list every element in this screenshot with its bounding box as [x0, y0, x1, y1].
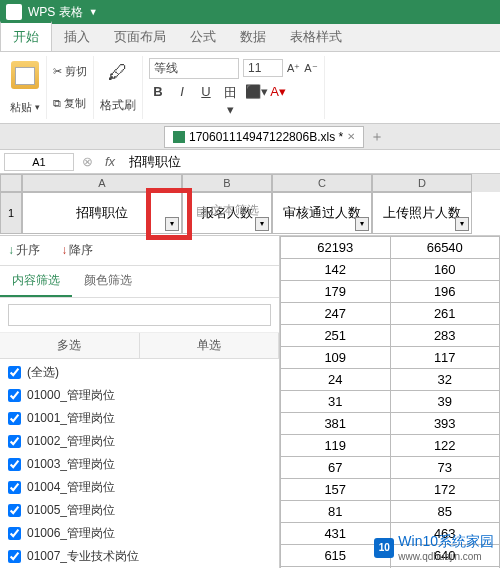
- cell-c[interactable]: 179: [281, 281, 391, 303]
- tab-formula[interactable]: 公式: [178, 23, 228, 51]
- cell-c[interactable]: 142: [281, 259, 391, 281]
- table-row[interactable]: 3139: [281, 391, 500, 413]
- multi-select-button[interactable]: 多选: [0, 333, 140, 358]
- table-row[interactable]: 381393: [281, 413, 500, 435]
- select-all-corner[interactable]: [0, 174, 22, 192]
- single-select-button[interactable]: 单选: [140, 333, 280, 358]
- cell-d1[interactable]: 上传照片人数 ▾: [372, 192, 472, 234]
- tab-insert[interactable]: 插入: [52, 23, 102, 51]
- cell-d[interactable]: 172: [390, 479, 500, 501]
- italic-button[interactable]: I: [173, 84, 191, 117]
- cell-c[interactable]: 109: [281, 347, 391, 369]
- paste-icon[interactable]: [11, 61, 39, 89]
- name-box[interactable]: A1: [4, 153, 74, 171]
- filter-dropdown-d[interactable]: ▾: [455, 217, 469, 231]
- column-header-d[interactable]: D: [372, 174, 472, 192]
- cell-c[interactable]: 247: [281, 303, 391, 325]
- column-header-c[interactable]: C: [272, 174, 372, 192]
- cell-c[interactable]: 251: [281, 325, 391, 347]
- filter-dropdown-b[interactable]: ▾: [255, 217, 269, 231]
- cell-c[interactable]: 67: [281, 457, 391, 479]
- row-header-1[interactable]: 1: [0, 192, 22, 234]
- cell-c[interactable]: 24: [281, 369, 391, 391]
- bold-button[interactable]: B: [149, 84, 167, 117]
- table-row[interactable]: 8185: [281, 501, 500, 523]
- tab-table-style[interactable]: 表格样式: [278, 23, 354, 51]
- cell-d[interactable]: 32: [390, 369, 500, 391]
- filter-check-list[interactable]: (全选) 01000_管理岗位 01001_管理岗位 01002_管理岗位 01…: [0, 359, 279, 568]
- column-header-b[interactable]: B: [182, 174, 272, 192]
- paste-group: 粘贴▾: [4, 56, 47, 119]
- filter-dropdown-c[interactable]: ▾: [355, 217, 369, 231]
- border-button[interactable]: 田▾: [221, 84, 239, 117]
- watermark-title: Win10系统家园: [398, 533, 494, 551]
- font-shrink-button[interactable]: A⁻: [304, 62, 317, 75]
- cell-d[interactable]: 117: [390, 347, 500, 369]
- table-row[interactable]: 109117: [281, 347, 500, 369]
- lower-pane: 升序 降序 内容筛选 颜色筛选 多选 单选 (全选) 01000_管理岗位 01…: [0, 236, 500, 568]
- paste-button: 粘贴▾: [10, 100, 40, 115]
- font-color-button[interactable]: A▾: [269, 84, 287, 117]
- fx-cancel-icon[interactable]: ⊗: [78, 154, 97, 169]
- cell-d[interactable]: 39: [390, 391, 500, 413]
- table-row[interactable]: 119122: [281, 435, 500, 457]
- table-row[interactable]: 157172: [281, 479, 500, 501]
- tab-home[interactable]: 开始: [0, 21, 52, 51]
- cell-d[interactable]: 160: [390, 259, 500, 281]
- check-item: 01007_专业技术岗位: [8, 545, 271, 568]
- table-row[interactable]: 179196: [281, 281, 500, 303]
- tab-data[interactable]: 数据: [228, 23, 278, 51]
- cell-d[interactable]: 196: [390, 281, 500, 303]
- column-header-a[interactable]: A: [22, 174, 182, 192]
- data-table: 6219366540142160179196247261251283109117…: [280, 236, 500, 568]
- format-painter-button[interactable]: 格式刷: [100, 97, 136, 114]
- cell-d[interactable]: 122: [390, 435, 500, 457]
- filter-tab-content[interactable]: 内容筛选: [0, 266, 72, 297]
- cell-d[interactable]: 393: [390, 413, 500, 435]
- tab-layout[interactable]: 页面布局: [102, 23, 178, 51]
- cell-c[interactable]: 119: [281, 435, 391, 457]
- table-row[interactable]: 6219366540: [281, 237, 500, 259]
- cell-d[interactable]: 66540: [390, 237, 500, 259]
- check-item: 01004_管理岗位: [8, 476, 271, 499]
- table-row[interactable]: 6773: [281, 457, 500, 479]
- sort-desc-button[interactable]: 降序: [61, 243, 93, 257]
- cell-d[interactable]: 283: [390, 325, 500, 347]
- underline-button[interactable]: U: [197, 84, 215, 117]
- table-row[interactable]: 247261: [281, 303, 500, 325]
- cell-d[interactable]: 261: [390, 303, 500, 325]
- watermark-logo-icon: 10: [374, 538, 394, 558]
- formula-input[interactable]: 招聘职位: [123, 151, 500, 173]
- new-tab-button[interactable]: ＋: [370, 128, 384, 146]
- sheet-file-icon: [173, 131, 185, 143]
- fx-icon[interactable]: fx: [97, 154, 123, 169]
- cell-c[interactable]: 81: [281, 501, 391, 523]
- cell-c1[interactable]: 审核通过人数 ▾: [272, 192, 372, 234]
- filter-search-input[interactable]: [8, 304, 271, 326]
- font-grow-button[interactable]: A⁺: [287, 62, 300, 75]
- table-row[interactable]: 251283: [281, 325, 500, 347]
- close-tab-icon[interactable]: ✕: [347, 131, 355, 142]
- filter-dropdown-a[interactable]: ▾: [165, 217, 179, 231]
- fill-color-button[interactable]: ⬛▾: [245, 84, 263, 117]
- cell-d[interactable]: 73: [390, 457, 500, 479]
- app-menu-dropdown-icon[interactable]: ▼: [89, 7, 98, 17]
- cell-d[interactable]: 85: [390, 501, 500, 523]
- text-filter-button[interactable]: ▤ 文本筛选: [196, 202, 259, 219]
- cut-button[interactable]: ✂剪切: [53, 64, 87, 79]
- font-name-select[interactable]: 等线: [149, 58, 239, 79]
- cell-a1[interactable]: 招聘职位 ▾: [22, 192, 182, 234]
- scissors-icon: ✂: [53, 65, 62, 78]
- copy-button[interactable]: ⧉复制: [53, 96, 87, 111]
- sort-asc-button[interactable]: 升序: [8, 243, 40, 257]
- font-size-select[interactable]: 11: [243, 59, 283, 77]
- cell-c[interactable]: 157: [281, 479, 391, 501]
- table-row[interactable]: 142160: [281, 259, 500, 281]
- filter-tab-color[interactable]: 颜色筛选: [72, 266, 144, 297]
- cell-c[interactable]: 381: [281, 413, 391, 435]
- document-tab[interactable]: 170601114947122806B.xls * ✕: [164, 126, 364, 148]
- cell-c[interactable]: 31: [281, 391, 391, 413]
- table-row[interactable]: 2432: [281, 369, 500, 391]
- cell-c[interactable]: 62193: [281, 237, 391, 259]
- format-painter-group: 🖊 格式刷: [94, 56, 143, 119]
